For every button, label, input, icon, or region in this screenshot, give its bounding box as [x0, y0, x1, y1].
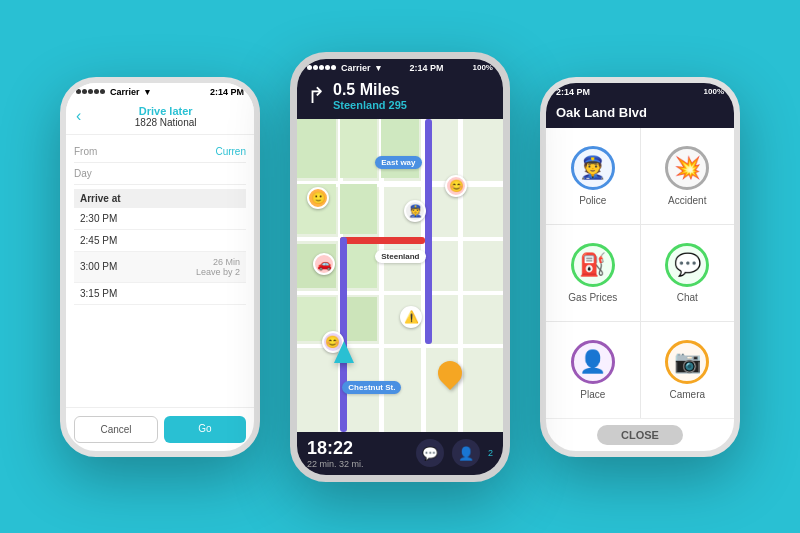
nav-chat-icon[interactable]: 💬 — [416, 439, 444, 467]
time-row-1[interactable]: 2:30 PM — [74, 208, 246, 230]
police-icon: 👮 — [571, 146, 615, 190]
chat-icon: 💬 — [665, 243, 709, 287]
arrive-at-header: Arrive at — [74, 189, 246, 208]
battery-right: 100% — [704, 87, 724, 96]
from-value: Curren — [215, 146, 246, 157]
status-bar-right: 2:14 PM 100% — [546, 83, 734, 99]
drive-later-form: From Curren Day Arrive at 2:30 PM 2:45 P… — [66, 135, 254, 407]
nav-distance: 0.5 Miles — [333, 81, 493, 99]
time-300-note1: 26 Min — [196, 257, 240, 267]
time-245: 2:45 PM — [80, 235, 117, 246]
nav-header: ↱ 0.5 Miles Steenland 295 — [297, 75, 503, 119]
battery-center: 100% — [473, 63, 493, 72]
from-label: From — [74, 146, 97, 157]
map-label-steenland: Steenland — [375, 250, 425, 263]
road-h3 — [297, 291, 503, 295]
accident-icon: 💥 — [665, 146, 709, 190]
left-footer: Cancel Go — [66, 407, 254, 451]
day-label: Day — [74, 168, 92, 179]
report-gas[interactable]: ⛽ Gas Prices — [546, 225, 640, 321]
gas-icon: ⛽ — [571, 243, 615, 287]
route-segment-red — [340, 237, 424, 244]
go-button[interactable]: Go — [164, 416, 246, 443]
close-button[interactable]: CLOSE — [597, 425, 683, 445]
phone-left: Carrier ▾ 2:14 PM ‹ Drive later 1828 Nat… — [60, 77, 260, 457]
wifi-icon-center: ▾ — [376, 63, 381, 73]
phones-container: Carrier ▾ 2:14 PM ‹ Drive later 1828 Nat… — [20, 12, 780, 522]
time-300: 3:00 PM — [80, 261, 117, 272]
nav-stats: 22 min. 32 mi. — [307, 459, 364, 469]
nav-footer: 18:22 22 min. 32 mi. 💬 👤 2 — [297, 432, 503, 475]
time-row-3[interactable]: 3:00 PM 26 Min Leave by 2 — [74, 252, 246, 283]
map-icon-3: 🚗 — [313, 253, 335, 275]
time-230: 2:30 PM — [80, 213, 117, 224]
nav-user-icon[interactable]: 👤 — [452, 439, 480, 467]
police-label: Police — [579, 195, 606, 206]
report-camera[interactable]: 📷 Camera — [641, 322, 735, 418]
place-icon: 👤 — [571, 340, 615, 384]
gas-label: Gas Prices — [568, 292, 617, 303]
chat-label: Chat — [677, 292, 698, 303]
map-icon-1: 🙂 — [307, 187, 329, 209]
signal-icon — [76, 89, 105, 94]
map-label-chestnut: Chestnut St. — [342, 381, 401, 394]
status-bar-left: Carrier ▾ 2:14 PM — [66, 83, 254, 99]
map-area[interactable]: East way Steenland Chestnut St. 🙂 👮 😊 🚗 … — [297, 119, 503, 432]
camera-icon: 📷 — [665, 340, 709, 384]
time-row-2[interactable]: 2:45 PM — [74, 230, 246, 252]
header-title: Drive later 1828 National — [87, 105, 244, 128]
carrier-center: Carrier — [341, 63, 371, 73]
time-left: 2:14 PM — [210, 87, 244, 97]
reports-grid: 👮 Police 💥 Accident ⛽ Gas Prices 💬 Chat … — [546, 128, 734, 418]
turn-arrow-icon: ↱ — [307, 83, 325, 109]
place-label: Place — [580, 389, 605, 400]
map-icon-warning: ⚠️ — [400, 306, 422, 328]
nav-count: 2 — [488, 448, 493, 458]
map-background: East way Steenland Chestnut St. 🙂 👮 😊 🚗 … — [297, 119, 503, 432]
phone-right: 2:14 PM 100% Oak Land Blvd 👮 Police 💥 Ac… — [540, 77, 740, 457]
nav-bottom-left: 18:22 22 min. 32 mi. — [307, 438, 364, 469]
time-300-note2: Leave by 2 — [196, 267, 240, 277]
camera-label: Camera — [669, 389, 705, 400]
back-arrow-icon[interactable]: ‹ — [76, 107, 81, 125]
time-315: 3:15 PM — [80, 288, 117, 299]
report-place[interactable]: 👤 Place — [546, 322, 640, 418]
report-police[interactable]: 👮 Police — [546, 128, 640, 224]
time-row-4[interactable]: 3:15 PM — [74, 283, 246, 305]
map-icon-2: 😊 — [445, 175, 467, 197]
phone-center: Carrier ▾ 2:14 PM 100% ↱ 0.5 Miles Steen… — [290, 52, 510, 482]
address-label: 1828 National — [87, 117, 244, 128]
right-header: Oak Land Blvd — [546, 99, 734, 128]
time-list: Arrive at 2:30 PM 2:45 PM 3:00 PM 26 Min… — [74, 189, 246, 305]
nav-bottom-icons: 💬 👤 2 — [416, 439, 493, 467]
road-v4 — [458, 119, 463, 432]
report-chat[interactable]: 💬 Chat — [641, 225, 735, 321]
route-segment-v1 — [425, 119, 432, 344]
time-right: 2:14 PM — [556, 87, 590, 97]
drive-later-header: ‹ Drive later 1828 National — [66, 99, 254, 135]
nav-info: 0.5 Miles Steenland 295 — [333, 81, 493, 111]
day-row: Day — [74, 163, 246, 185]
cancel-button[interactable]: Cancel — [74, 416, 158, 443]
player-arrow-icon — [334, 341, 354, 363]
signal-icon-center — [307, 65, 336, 70]
right-footer: CLOSE — [546, 418, 734, 451]
wifi-icon: ▾ — [145, 87, 150, 97]
from-row: From Curren — [74, 141, 246, 163]
status-bar-center: Carrier ▾ 2:14 PM 100% — [297, 59, 503, 75]
accident-label: Accident — [668, 195, 706, 206]
drive-later-label: Drive later — [87, 105, 244, 117]
nav-street: Steenland 295 — [333, 99, 493, 111]
nav-time: 18:22 — [307, 438, 364, 459]
map-label-east-way: East way — [375, 156, 421, 169]
right-header-street: Oak Land Blvd — [556, 105, 647, 120]
report-accident[interactable]: 💥 Accident — [641, 128, 735, 224]
carrier-label: Carrier — [110, 87, 140, 97]
time-center: 2:14 PM — [410, 63, 444, 73]
